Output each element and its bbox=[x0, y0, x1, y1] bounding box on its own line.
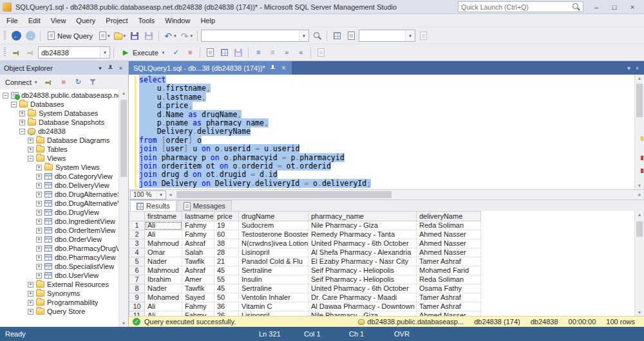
uncomment-button[interactable]: ≡ bbox=[266, 46, 279, 59]
comment-button[interactable]: ≡ bbox=[252, 46, 265, 59]
document-tab[interactable]: SQLQuery1.sql - db...38 (db24838 (174))*… bbox=[129, 61, 292, 75]
outdent-button[interactable]: « bbox=[294, 46, 307, 59]
cell[interactable]: Reda Soliman bbox=[417, 275, 481, 284]
tree-node[interactable]: −db24838.public.databaseasp.net (SQL Se bbox=[0, 91, 118, 100]
menu-query[interactable]: Query bbox=[71, 15, 100, 26]
expander-minus-icon[interactable]: − bbox=[3, 93, 8, 98]
cell[interactable]: Tawfik bbox=[182, 284, 214, 293]
cell[interactable]: Ashraf bbox=[182, 266, 214, 275]
cancel-query-button[interactable]: ■ bbox=[184, 46, 196, 59]
tree-node[interactable]: +Database Snapshots bbox=[0, 118, 118, 127]
cell[interactable]: Sudocrem bbox=[239, 221, 308, 230]
tree-node[interactable]: −db24838 bbox=[0, 127, 118, 136]
disconnect-button[interactable] bbox=[24, 46, 37, 59]
cell[interactable]: Ali bbox=[145, 230, 182, 239]
cell[interactable]: Omar bbox=[145, 248, 182, 257]
properties-button[interactable] bbox=[417, 30, 430, 42]
cell[interactable]: Ahmed Nasser bbox=[417, 311, 481, 317]
expander-plus-icon[interactable]: + bbox=[36, 273, 42, 279]
column-header-deliveryName[interactable]: deliveryName bbox=[417, 212, 481, 221]
results-to-text-button[interactable] bbox=[204, 46, 216, 59]
maximize-button[interactable]: □ bbox=[605, 1, 623, 13]
indent-button[interactable]: » bbox=[280, 46, 293, 59]
cell[interactable]: 36 bbox=[214, 302, 239, 311]
cell[interactable]: Tamer Ashraf bbox=[417, 302, 481, 311]
refresh-button[interactable]: ↻ bbox=[72, 76, 85, 89]
new-connection-button[interactable] bbox=[43, 76, 55, 89]
scroll-up-icon[interactable]: ▲ bbox=[638, 212, 642, 217]
tree-node[interactable]: +Synonyms bbox=[0, 289, 118, 298]
tree-node[interactable]: +Tables bbox=[0, 145, 118, 154]
cell[interactable]: Ventolin Inhaler bbox=[239, 293, 308, 302]
cell[interactable]: Fahmy bbox=[182, 302, 214, 311]
tree-node[interactable]: +dbo.OrderView bbox=[0, 235, 118, 244]
minimize-button[interactable]: – bbox=[587, 1, 605, 13]
cell[interactable]: 55 bbox=[214, 275, 239, 284]
cell[interactable]: Testosterone Booster bbox=[239, 230, 308, 239]
cell[interactable]: United Pharmacy - 6th October bbox=[308, 239, 417, 248]
row-number[interactable]: 2 bbox=[129, 230, 145, 239]
expander-plus-icon[interactable]: + bbox=[28, 300, 33, 306]
row-number[interactable]: 10 bbox=[129, 302, 145, 311]
expander-plus-icon[interactable]: + bbox=[28, 147, 33, 152]
menu-file[interactable]: File bbox=[1, 15, 23, 26]
menu-project[interactable]: Project bbox=[100, 15, 133, 26]
tree-node[interactable]: +dbo.DrugView bbox=[0, 208, 118, 217]
expander-plus-icon[interactable]: + bbox=[36, 264, 42, 270]
cell[interactable]: Reda Soliman bbox=[417, 221, 481, 230]
cell[interactable]: 60 bbox=[214, 230, 239, 239]
menu-edit[interactable]: Edit bbox=[23, 15, 46, 26]
cell[interactable]: 45 bbox=[214, 284, 239, 293]
tree-node[interactable]: −Databases bbox=[0, 100, 118, 109]
tree-node[interactable]: +dbo.DrugAlternativeView bbox=[0, 199, 118, 208]
sqlcmd-mode-button[interactable] bbox=[314, 46, 327, 59]
cell[interactable]: Dr. Care Pharmacy - Maadi bbox=[308, 293, 417, 302]
cell[interactable]: Panadol Cold & Flu bbox=[239, 257, 308, 266]
close-button[interactable]: × bbox=[623, 1, 641, 13]
expander-plus-icon[interactable]: + bbox=[28, 309, 33, 315]
results-scrollbar[interactable]: ▲ ▼ bbox=[634, 211, 644, 316]
expander-plus-icon[interactable]: + bbox=[28, 282, 33, 288]
cell[interactable]: Vitamin C bbox=[239, 302, 308, 311]
cell[interactable]: Mohamed bbox=[145, 293, 182, 302]
tree-node[interactable]: +dbo.OrderItemView bbox=[0, 226, 118, 235]
tree-node[interactable]: +Database Diagrams bbox=[0, 136, 118, 145]
scroll-up-icon[interactable]: ▲ bbox=[122, 91, 126, 95]
nav-back-button[interactable]: ← bbox=[10, 30, 23, 42]
expander-plus-icon[interactable]: + bbox=[36, 183, 42, 189]
scroll-down-icon[interactable]: ▼ bbox=[122, 321, 126, 326]
cell[interactable]: Nile Pharmacy - Giza bbox=[308, 221, 417, 230]
tree-node[interactable]: +Query Store bbox=[0, 307, 118, 316]
cell[interactable]: Salah bbox=[182, 248, 214, 257]
stop-button[interactable]: ■ bbox=[57, 76, 70, 89]
expander-plus-icon[interactable]: + bbox=[36, 246, 42, 252]
scroll-down-icon[interactable]: ▼ bbox=[638, 183, 642, 188]
cell[interactable]: Ali bbox=[145, 221, 182, 230]
expander-minus-icon[interactable]: − bbox=[19, 129, 25, 134]
cell[interactable]: Fahmy bbox=[182, 311, 214, 317]
cell[interactable]: Tamer Ashraf bbox=[417, 293, 481, 302]
row-number[interactable]: 9 bbox=[129, 293, 145, 302]
scroll-up-icon[interactable]: ▲ bbox=[638, 76, 642, 80]
results-to-file-button[interactable] bbox=[232, 46, 245, 59]
tree-node[interactable]: +External Resources bbox=[0, 280, 118, 289]
column-header-firstname[interactable]: firstname bbox=[145, 212, 182, 221]
expander-minus-icon[interactable]: − bbox=[11, 102, 17, 107]
editor-horizontal-scrollbar[interactable]: ◄ ► bbox=[166, 190, 644, 199]
cell[interactable]: United Pharmacy - 6th October bbox=[308, 284, 417, 293]
cell[interactable]: Al Dawaa Pharmacy - Downtown bbox=[308, 302, 417, 311]
results-to-grid-button[interactable] bbox=[218, 46, 231, 59]
expander-plus-icon[interactable]: + bbox=[36, 255, 42, 261]
close-icon[interactable]: × bbox=[280, 64, 287, 72]
column-header-drugName[interactable]: drugName bbox=[239, 212, 308, 221]
cell[interactable]: Amer bbox=[182, 275, 214, 284]
cell[interactable]: Seif Pharmacy - Heliopolis bbox=[308, 275, 417, 284]
activity-monitor-button[interactable] bbox=[330, 30, 343, 42]
tree-node[interactable]: −Views bbox=[0, 154, 118, 163]
row-number[interactable]: 5 bbox=[129, 257, 145, 266]
chevron-down-icon[interactable]: ▾ bbox=[299, 30, 308, 41]
cell[interactable]: Ashraf bbox=[182, 239, 214, 248]
expander-plus-icon[interactable]: + bbox=[19, 111, 25, 116]
expander-plus-icon[interactable]: + bbox=[36, 228, 42, 234]
expander-plus-icon[interactable]: + bbox=[36, 192, 42, 198]
